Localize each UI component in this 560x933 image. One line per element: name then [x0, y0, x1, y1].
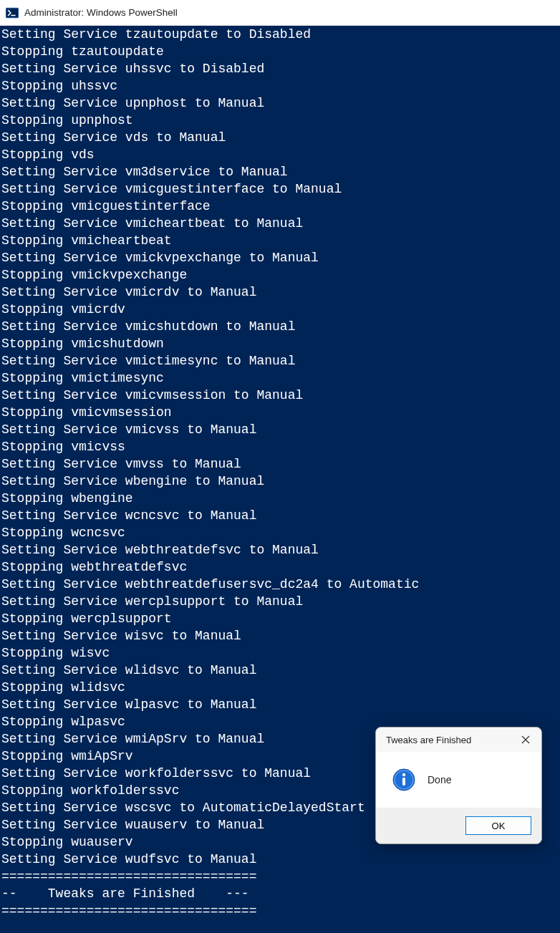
- console-line: Setting Service wlpasvc to Manual: [1, 696, 559, 713]
- powershell-icon: [6, 6, 19, 19]
- console-line: =================================: [1, 902, 559, 919]
- dialog-title: Tweaks are Finished: [386, 735, 471, 745]
- console-line: Setting Service wisvc to Manual: [1, 627, 559, 644]
- console-line: Setting Service vmicvmsession to Manual: [1, 387, 559, 404]
- console-line: Stopping wercplsupport: [1, 610, 559, 627]
- dialog-body: Done: [376, 752, 541, 808]
- console-line: Setting Service vmvss to Manual: [1, 455, 559, 473]
- window-titlebar: Administrator: Windows PowerShell: [0, 0, 560, 26]
- console-line: Stopping uhssvc: [1, 77, 559, 95]
- console-line: Stopping vmicvmsession: [1, 404, 559, 421]
- window-title: Administrator: Windows PowerShell: [24, 7, 178, 18]
- ok-button[interactable]: OK: [465, 816, 531, 835]
- console-line: Stopping upnphost: [1, 112, 559, 129]
- console-line: Setting Service vmickvpexchange to Manua…: [1, 249, 559, 266]
- console-line: Stopping vmicvss: [1, 438, 559, 455]
- console-line: Setting Service vm3dservice to Manual: [1, 163, 559, 180]
- console-line: Stopping vmicheartbeat: [1, 232, 559, 249]
- dialog-titlebar[interactable]: Tweaks are Finished: [376, 727, 541, 752]
- console-line: Setting Service wlidsvc to Manual: [1, 662, 559, 679]
- info-icon: [392, 768, 416, 792]
- console-line: Setting Service webthreatdefusersvc_dc2a…: [1, 576, 559, 593]
- dialog-message: Done: [428, 774, 451, 785]
- console-line: Stopping wcncsvc: [1, 524, 559, 541]
- console-line: Stopping wlidsvc: [1, 679, 559, 696]
- console-line: Stopping vmicguestinterface: [1, 198, 559, 215]
- console-line: Setting Service vmicguestinterface to Ma…: [1, 180, 559, 198]
- svg-point-6: [402, 773, 405, 776]
- console-line: Stopping vmicrdv: [1, 301, 559, 318]
- console-line: Setting Service wudfsvc to Manual: [1, 851, 559, 868]
- console-line: Setting Service wcncsvc to Manual: [1, 507, 559, 524]
- dialog-footer: OK: [376, 808, 541, 843]
- console-line: Stopping wisvc: [1, 644, 559, 662]
- console-line: -- Tweaks are Finished ---: [1, 885, 559, 902]
- console-line: Stopping vmickvpexchange: [1, 266, 559, 284]
- console-line: Setting Service vmictimesync to Manual: [1, 352, 559, 369]
- console-line: Setting Service webthreatdefsvc to Manua…: [1, 541, 559, 559]
- message-dialog: Tweaks are Finished Done OK: [375, 727, 542, 844]
- console-line: Setting Service vmicrdv to Manual: [1, 284, 559, 301]
- console-line: Setting Service uhssvc to Disabled: [1, 60, 559, 77]
- console-line: Setting Service wbengine to Manual: [1, 473, 559, 490]
- console-line: Setting Service upnphost to Manual: [1, 95, 559, 112]
- close-icon[interactable]: [518, 733, 533, 747]
- svg-rect-7: [402, 778, 405, 785]
- console-line: Setting Service vds to Manual: [1, 129, 559, 146]
- console-line: Stopping vmictimesync: [1, 369, 559, 387]
- console-line: Stopping wbengine: [1, 490, 559, 507]
- console-line: Stopping webthreatdefsvc: [1, 559, 559, 576]
- console-line: =================================: [1, 868, 559, 885]
- console-line: Stopping vds: [1, 146, 559, 163]
- console-line: Setting Service vmicshutdown to Manual: [1, 318, 559, 335]
- console-line: Setting Service vmicvss to Manual: [1, 421, 559, 438]
- console-line: Setting Service vmicheartbeat to Manual: [1, 215, 559, 232]
- console-line: Setting Service wercplsupport to Manual: [1, 593, 559, 610]
- console-line: Stopping vmicshutdown: [1, 335, 559, 352]
- console-line: Stopping tzautoupdate: [1, 43, 559, 60]
- svg-rect-0: [6, 8, 19, 18]
- console-line: Setting Service tzautoupdate to Disabled: [1, 26, 559, 43]
